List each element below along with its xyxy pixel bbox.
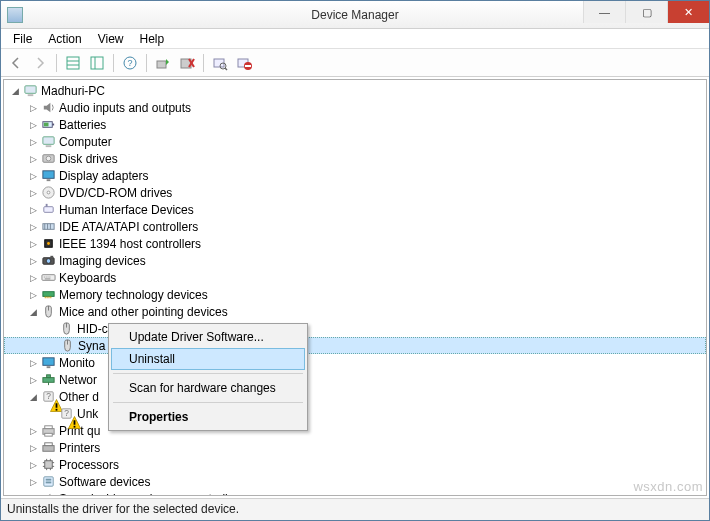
expand-icon[interactable]: ▷ bbox=[26, 103, 40, 113]
tree-item[interactable]: ▷IDE ATA/ATAPI controllers bbox=[4, 218, 706, 235]
expand-icon[interactable]: ▷ bbox=[26, 171, 40, 181]
close-button[interactable]: ✕ bbox=[667, 1, 709, 23]
tree-item[interactable]: ▷IEEE 1394 host controllers bbox=[4, 235, 706, 252]
tree-item[interactable]: ▷Software devices bbox=[4, 473, 706, 490]
sound-icon bbox=[40, 491, 56, 497]
mouse-icon bbox=[40, 304, 56, 320]
expand-icon[interactable]: ▷ bbox=[26, 358, 40, 368]
expand-icon[interactable]: ▷ bbox=[26, 460, 40, 470]
toolbar-separator bbox=[56, 54, 57, 72]
title-bar: Device Manager — ▢ ✕ bbox=[1, 1, 709, 29]
other-icon bbox=[58, 406, 74, 422]
scan-hardware-button[interactable] bbox=[209, 52, 231, 74]
status-bar: Uninstalls the driver for the selected d… bbox=[1, 498, 709, 520]
expand-icon[interactable]: ▷ bbox=[26, 256, 40, 266]
tree-item-label: Display adapters bbox=[58, 169, 148, 183]
cpu-icon bbox=[40, 457, 56, 473]
expand-icon[interactable]: ▷ bbox=[26, 443, 40, 453]
list-view-button[interactable] bbox=[86, 52, 108, 74]
tree-item[interactable]: ▷Processors bbox=[4, 456, 706, 473]
expand-icon[interactable]: ▷ bbox=[26, 222, 40, 232]
tree-item[interactable]: ▷Batteries bbox=[4, 116, 706, 133]
update-driver-button[interactable] bbox=[152, 52, 174, 74]
svg-text:?: ? bbox=[127, 58, 132, 68]
expand-icon[interactable]: ▷ bbox=[26, 375, 40, 385]
uninstall-button[interactable] bbox=[176, 52, 198, 74]
toolbar-separator bbox=[146, 54, 147, 72]
dvd-icon bbox=[40, 185, 56, 201]
speaker-icon bbox=[40, 100, 56, 116]
computer-icon bbox=[22, 83, 38, 99]
context-menu: Update Driver Software... Uninstall Scan… bbox=[108, 323, 308, 431]
context-update-driver[interactable]: Update Driver Software... bbox=[111, 326, 305, 348]
tree-item-label: Imaging devices bbox=[58, 254, 146, 268]
toolbar: ? bbox=[1, 49, 709, 77]
menu-view[interactable]: View bbox=[90, 30, 132, 48]
collapse-icon[interactable]: ◢ bbox=[26, 392, 40, 402]
expand-icon[interactable]: ▷ bbox=[26, 120, 40, 130]
toolbar-separator bbox=[203, 54, 204, 72]
device-tree[interactable]: ◢Madhuri-PC▷Audio inputs and outputs▷Bat… bbox=[3, 79, 707, 496]
menu-help[interactable]: Help bbox=[132, 30, 173, 48]
tree-item[interactable]: ▷Computer bbox=[4, 133, 706, 150]
tree-item[interactable]: ▷Imaging devices bbox=[4, 252, 706, 269]
other-icon bbox=[40, 389, 56, 405]
svg-line-13 bbox=[225, 68, 227, 70]
menu-file[interactable]: File bbox=[5, 30, 40, 48]
back-button[interactable] bbox=[5, 52, 27, 74]
imaging-icon bbox=[40, 253, 56, 269]
tree-item[interactable]: ▷Human Interface Devices bbox=[4, 201, 706, 218]
tree-item-label: Audio inputs and outputs bbox=[58, 101, 191, 115]
context-scan-hardware[interactable]: Scan for hardware changes bbox=[111, 377, 305, 399]
expand-icon[interactable]: ▷ bbox=[26, 426, 40, 436]
svg-rect-3 bbox=[91, 57, 103, 69]
expand-icon[interactable]: ▷ bbox=[26, 137, 40, 147]
mouse-icon bbox=[59, 338, 75, 354]
tree-item-label: Keyboards bbox=[58, 271, 116, 285]
expand-icon[interactable]: ▷ bbox=[26, 154, 40, 164]
expand-icon[interactable]: ▷ bbox=[26, 188, 40, 198]
printer-icon bbox=[40, 440, 56, 456]
ieee-icon bbox=[40, 236, 56, 252]
expand-icon[interactable]: ▷ bbox=[26, 290, 40, 300]
svg-rect-0 bbox=[67, 57, 79, 69]
expand-icon[interactable]: ▷ bbox=[26, 205, 40, 215]
tree-item[interactable]: ◢Madhuri-PC bbox=[4, 82, 706, 99]
help-button[interactable]: ? bbox=[119, 52, 141, 74]
tree-item[interactable]: ▷DVD/CD-ROM drives bbox=[4, 184, 706, 201]
context-uninstall[interactable]: Uninstall bbox=[111, 348, 305, 370]
tree-item-label: Software devices bbox=[58, 475, 150, 489]
expand-icon[interactable]: ▷ bbox=[26, 477, 40, 487]
display-icon bbox=[40, 168, 56, 184]
context-properties[interactable]: Properties bbox=[111, 406, 305, 428]
tree-item[interactable]: ▷Printers bbox=[4, 439, 706, 456]
tree-item[interactable]: ▷Audio inputs and outputs bbox=[4, 99, 706, 116]
hid-icon bbox=[40, 202, 56, 218]
battery-icon bbox=[40, 117, 56, 133]
tree-item-label: Monito bbox=[58, 356, 95, 370]
mouse-icon bbox=[58, 321, 74, 337]
ide-icon bbox=[40, 219, 56, 235]
tree-item[interactable]: ▷Sound, video and game controllers bbox=[4, 490, 706, 496]
tree-item[interactable]: ▷Disk drives bbox=[4, 150, 706, 167]
expand-icon[interactable]: ▷ bbox=[26, 239, 40, 249]
detail-view-button[interactable] bbox=[62, 52, 84, 74]
collapse-icon[interactable]: ◢ bbox=[26, 307, 40, 317]
context-separator bbox=[113, 373, 303, 374]
svg-rect-16 bbox=[245, 65, 251, 67]
expand-icon[interactable]: ▷ bbox=[26, 494, 40, 497]
collapse-icon[interactable]: ◢ bbox=[8, 86, 22, 96]
forward-button[interactable] bbox=[29, 52, 51, 74]
tree-item[interactable]: ▷Keyboards bbox=[4, 269, 706, 286]
tree-item[interactable]: ◢Mice and other pointing devices bbox=[4, 303, 706, 320]
disable-button[interactable] bbox=[233, 52, 255, 74]
expand-icon[interactable]: ▷ bbox=[26, 273, 40, 283]
tree-item-label: IDE ATA/ATAPI controllers bbox=[58, 220, 198, 234]
minimize-button[interactable]: — bbox=[583, 1, 625, 23]
tree-item[interactable]: ▷Display adapters bbox=[4, 167, 706, 184]
menu-action[interactable]: Action bbox=[40, 30, 89, 48]
maximize-button[interactable]: ▢ bbox=[625, 1, 667, 23]
tree-item[interactable]: ▷Memory technology devices bbox=[4, 286, 706, 303]
window-buttons: — ▢ ✕ bbox=[583, 1, 709, 23]
network-icon bbox=[40, 372, 56, 388]
